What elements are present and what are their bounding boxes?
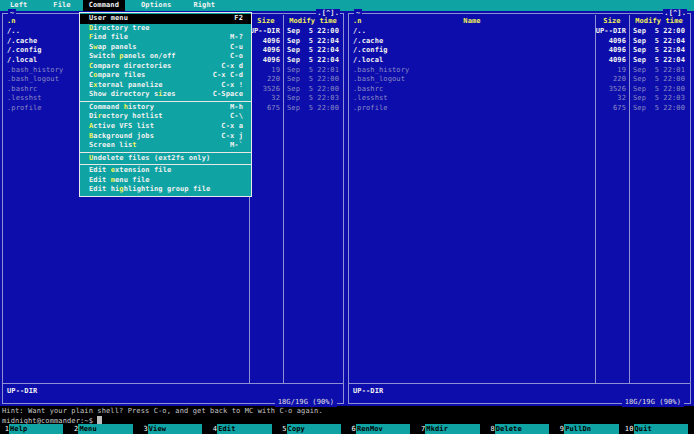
menu-item-label-pre: Edit	[89, 166, 111, 174]
file-mtime: Sep 5 22:00	[633, 27, 685, 37]
file-size: 675	[595, 104, 626, 114]
file-row[interactable]: .profile675Sep 5 22:00	[349, 104, 690, 114]
file-size: 675	[249, 104, 280, 114]
fkey-3-view[interactable]: 3View	[139, 424, 208, 434]
file-size: UP--DIR	[595, 27, 626, 37]
fkey-2-menu[interactable]: 2Menu	[69, 424, 138, 434]
fkey-number: 1	[0, 424, 9, 434]
file-size: UP--DIR	[249, 27, 280, 37]
file-mtime: Sep 5 22:04	[287, 46, 339, 56]
file-size: 4096	[595, 56, 626, 66]
file-name: .lesshst	[7, 94, 42, 104]
file-row[interactable]: .bash_logout220Sep 5 22:00	[349, 75, 690, 85]
fkey-number: 2	[69, 424, 78, 434]
file-row[interactable]: .lesshst32Sep 5 22:03	[349, 94, 690, 104]
file-name: .bash_logout	[353, 75, 405, 85]
menu-item-hotkey-letter: t	[132, 141, 136, 149]
file-size: 3526	[595, 85, 626, 95]
menubar-item-options[interactable]: Options	[135, 0, 177, 11]
menu-item-swap-panels[interactable]: Swap panelsC-u	[80, 43, 251, 53]
column-header-size[interactable]: Size	[249, 17, 283, 26]
file-size: 32	[249, 94, 280, 104]
free-space-indicator: 18G/19G (90%)	[622, 398, 684, 407]
file-mtime: Sep 5 22:00	[287, 75, 339, 85]
fkey-label: Mkdir	[425, 424, 479, 434]
menu-item-label-pre: Screen lis	[89, 141, 132, 149]
file-size: 220	[249, 75, 280, 85]
menubar-item-right[interactable]: Right	[187, 0, 221, 11]
file-row[interactable]: .bashrc3526Sep 5 22:00	[349, 85, 690, 95]
menu-item-label-post: irectory tree	[93, 24, 149, 32]
mini-status: UP--DIR	[7, 387, 37, 396]
menu-item-directory-tree[interactable]: Directory tree	[80, 24, 251, 34]
menu-item-label-post: ackground jobs	[93, 132, 154, 140]
menu-item-shortcut: C-Space	[213, 90, 243, 100]
mini-status-separator	[349, 383, 690, 384]
menu-item-shortcut: C-x C-d	[213, 71, 243, 81]
fkey-5-copy[interactable]: 5Copy	[278, 424, 347, 434]
file-row[interactable]: /.cache4096Sep 5 22:04	[349, 37, 690, 47]
file-name: .profile	[353, 104, 388, 114]
menu-item-edit-menu-file[interactable]: Edit menu file	[80, 176, 251, 186]
column-header-mtime[interactable]: Modify time	[629, 17, 689, 26]
file-row[interactable]: /.local4096Sep 5 22:04	[349, 56, 690, 66]
menu-item-label-post: istory	[128, 103, 154, 111]
menu-item-find-file[interactable]: Find fileM-?	[80, 33, 251, 43]
menu-item-compare-files[interactable]: Compare filesC-x C-d	[80, 71, 251, 81]
column-header-size[interactable]: Size	[595, 17, 629, 26]
menu-item-label-post: ind file	[93, 33, 128, 41]
text-cursor	[97, 416, 102, 424]
file-mtime: Sep 5 22:04	[287, 37, 339, 47]
file-row[interactable]: /..UP--DIRSep 5 22:00	[349, 27, 690, 37]
file-mtime: Sep 5 22:00	[287, 85, 339, 95]
file-name: .bashrc	[353, 85, 383, 95]
fkey-8-delete[interactable]: 8Delete	[486, 424, 555, 434]
menu-item-command-history[interactable]: Command historyM-h	[80, 103, 251, 113]
file-row[interactable]: /.config4096Sep 5 22:04	[349, 46, 690, 56]
fkey-1-help[interactable]: 1Help	[0, 424, 69, 434]
hint-line: Hint: Want your plain shell? Press C-o, …	[2, 407, 323, 416]
menu-item-undelete-files-ext2fs-only[interactable]: Undelete files (ext2fs only)	[80, 154, 251, 164]
file-size: 19	[249, 66, 280, 76]
fkey-6-renmov[interactable]: 6RenMov	[347, 424, 416, 434]
menu-item-label-post: anels on/off	[124, 52, 176, 60]
menu-item-label-post: hlighting group file	[124, 185, 211, 193]
menu-item-background-jobs[interactable]: Background jobsC-x j	[80, 132, 251, 142]
menu-item-label-pre: Edit	[89, 176, 111, 184]
file-name: /..	[7, 27, 20, 37]
fkey-9-pulldn[interactable]: 9PullDn	[555, 424, 624, 434]
menu-item-label-post: enu file	[115, 176, 150, 184]
menu-item-shortcut: C-x !	[221, 81, 243, 91]
menu-item-label-post: ompare directories	[93, 62, 171, 70]
menu-item-screen-list[interactable]: Screen listM-`	[80, 141, 251, 151]
file-mtime: Sep 5 22:04	[633, 56, 685, 66]
fkey-4-edit[interactable]: 4Edit	[208, 424, 277, 434]
file-size: 220	[595, 75, 626, 85]
menu-item-compare-directories[interactable]: Compare directoriesC-x d	[80, 62, 251, 72]
file-row[interactable]: .bash_history19Sep 5 22:01	[349, 66, 690, 76]
menu-item-label-post: zes	[163, 90, 176, 98]
fkey-label: Quit	[634, 424, 688, 434]
menu-item-user-menu[interactable]: User menuF2	[80, 14, 251, 24]
column-header-mtime[interactable]: Modify time	[283, 17, 343, 26]
menu-item-active-vfs-list[interactable]: Active VFS listC-x a	[80, 122, 251, 132]
menu-item-external-panelize[interactable]: External panelizeC-x !	[80, 81, 251, 91]
menu-item-edit-extension-file[interactable]: Edit extension file	[80, 166, 251, 176]
fkey-7-mkdir[interactable]: 7Mkdir	[416, 424, 485, 434]
menu-item-shortcut: F2	[234, 14, 243, 24]
fkey-10-quit[interactable]: 10Quit	[625, 424, 694, 434]
menu-item-directory-hotlist[interactable]: Directory hotlistC-\	[80, 112, 251, 122]
file-name: /.config	[7, 46, 42, 56]
fkey-label: Edit	[217, 424, 271, 434]
menubar-item-file[interactable]: File	[47, 0, 76, 11]
file-name: .bash_history	[353, 66, 409, 76]
menu-item-switch-panels-on-off[interactable]: Switch panels on/offC-o	[80, 52, 251, 62]
fkey-label: Menu	[78, 424, 132, 434]
menu-item-shortcut: M-?	[230, 33, 243, 43]
menu-item-show-directory-sizes[interactable]: Show directory sizesC-Space	[80, 90, 251, 100]
menubar-item-command[interactable]: Command	[83, 0, 125, 11]
fkey-number: 7	[416, 424, 425, 434]
column-header-name[interactable]: Name	[349, 17, 595, 26]
menu-item-edit-highlighting-group-file[interactable]: Edit highlighting group file	[80, 185, 251, 195]
menu-item-label-pre: Switch	[89, 52, 119, 60]
